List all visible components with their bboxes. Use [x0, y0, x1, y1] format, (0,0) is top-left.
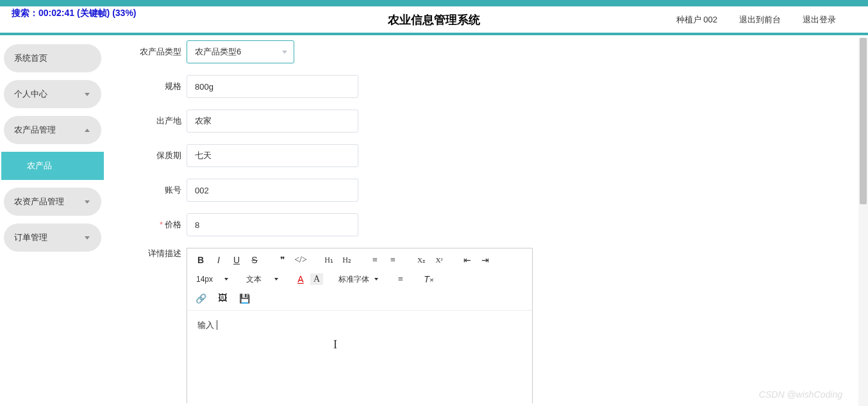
h2-icon[interactable]: H₂	[338, 252, 355, 268]
form-row-product-type: 农产品类型 农产品类型6	[131, 40, 855, 63]
form-row-origin: 出产地	[131, 110, 855, 133]
select-value: 农产品类型6	[195, 46, 241, 58]
font-size-select[interactable]: 14px	[192, 272, 231, 287]
logout-link[interactable]: 退出登录	[803, 14, 836, 26]
form-row-account: 账号	[131, 179, 855, 202]
form-row-spec: 规格	[131, 75, 855, 98]
text-caret	[214, 320, 217, 330]
form-row-price: *价格	[131, 213, 855, 236]
indent-icon[interactable]: ⇥	[477, 252, 494, 268]
select-product-type[interactable]: 农产品类型6	[187, 40, 294, 63]
label-description: 详情描述	[131, 248, 181, 259]
page-title: 农业信息管理系统	[388, 12, 480, 28]
text-color-icon[interactable]: A	[292, 272, 309, 287]
input-price[interactable]	[187, 213, 358, 236]
label-account: 账号	[131, 184, 181, 196]
label-shelf-life: 保质期	[131, 150, 181, 161]
sidebar-item-product[interactable]: 农产品	[1, 152, 104, 180]
save-icon[interactable]: 💾	[236, 291, 253, 306]
exit-front-link[interactable]: 退出到前台	[739, 14, 781, 26]
code-icon[interactable]: </>	[292, 252, 309, 268]
strike-icon[interactable]: S	[246, 252, 263, 268]
label-spec: 规格	[131, 81, 181, 92]
form-row-description: 详情描述 B I U S ❞ </> H₁ H₂ ≡ ≡ X	[131, 248, 855, 403]
superscript-icon[interactable]: X²	[431, 252, 447, 268]
ordered-list-icon[interactable]: ≡	[367, 252, 383, 268]
italic-icon[interactable]: I	[210, 252, 227, 268]
sidebar-item-label: 农产品管理	[14, 124, 56, 136]
input-origin[interactable]	[187, 110, 358, 133]
text-cursor-icon: І	[333, 338, 337, 352]
sidebar-item-home[interactable]: 系统首页	[4, 44, 101, 72]
outdent-icon[interactable]: ⇤	[459, 252, 476, 268]
sidebar-item-label: 系统首页	[14, 53, 47, 64]
form-row-shelf-life: 保质期	[131, 144, 855, 167]
watermark: CSDN @wishCoding	[759, 389, 842, 400]
sidebar: 系统首页 个人中心 农产品管理 农产品 农资产品管理 订单管理	[0, 35, 106, 403]
sidebar-item-label: 个人中心	[14, 88, 47, 100]
editor-toolbar: B I U S ❞ </> H₁ H₂ ≡ ≡ X₂ X²	[187, 248, 532, 311]
bg-color-icon[interactable]: A	[310, 273, 323, 285]
input-account[interactable]	[187, 179, 358, 202]
h1-icon[interactable]: H₁	[321, 252, 337, 268]
user-label[interactable]: 种植户 002	[676, 14, 717, 26]
label-product-type: 农产品类型	[131, 46, 181, 58]
image-icon[interactable]: 🖼	[214, 291, 231, 306]
chevron-down-icon	[282, 51, 287, 54]
scrollbar-thumb[interactable]	[860, 38, 867, 204]
main-content: 农产品类型 农产品类型6 规格 出产地 保质期 账号 *价格 详	[106, 35, 868, 403]
link-icon[interactable]: 🔗	[192, 291, 209, 306]
editor-content[interactable]: 输入	[187, 311, 532, 403]
sidebar-item-supply-mgmt[interactable]: 农资产品管理	[4, 188, 101, 216]
chevron-up-icon	[85, 129, 90, 132]
search-timer-badge: 搜索：00:02:41 (关键帧) (33%)	[12, 8, 137, 19]
vertical-scrollbar[interactable]	[858, 38, 868, 406]
quote-icon[interactable]: ❞	[274, 252, 291, 268]
font-family-select[interactable]: 标准字体	[335, 272, 381, 287]
input-spec[interactable]	[187, 75, 358, 98]
align-icon[interactable]: ≡	[392, 272, 409, 287]
unordered-list-icon[interactable]: ≡	[385, 252, 401, 268]
bold-icon[interactable]: B	[192, 252, 209, 268]
rich-text-editor: B I U S ❞ </> H₁ H₂ ≡ ≡ X₂ X²	[187, 248, 533, 403]
chevron-down-icon	[85, 200, 90, 204]
sidebar-item-label: 农产品	[27, 160, 52, 172]
underline-icon[interactable]: U	[228, 252, 245, 268]
label-price: *价格	[131, 219, 181, 231]
label-origin: 出产地	[131, 115, 181, 127]
subscript-icon[interactable]: X₂	[413, 252, 430, 268]
chevron-down-icon	[85, 236, 90, 240]
sidebar-item-order-mgmt[interactable]: 订单管理	[4, 223, 101, 252]
chevron-down-icon	[85, 93, 90, 96]
sidebar-item-product-mgmt[interactable]: 农产品管理	[4, 116, 101, 144]
clear-format-icon[interactable]: T×	[421, 272, 437, 287]
sidebar-item-label: 农资产品管理	[14, 196, 64, 207]
top-accent-bar	[0, 0, 868, 6]
input-shelf-life[interactable]	[187, 144, 358, 167]
header-right: 种植户 002 退出到前台 退出登录	[676, 14, 868, 26]
sidebar-item-profile[interactable]: 个人中心	[4, 80, 101, 108]
sidebar-item-label: 订单管理	[14, 232, 47, 243]
format-select[interactable]: 文本	[242, 272, 281, 287]
